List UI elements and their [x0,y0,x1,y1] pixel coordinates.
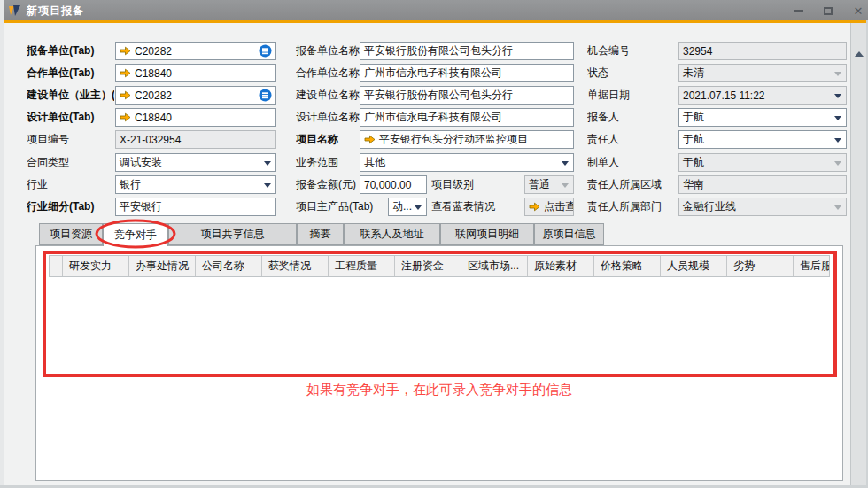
chevron-down-icon [415,205,422,210]
construction-unit-name-label: 建设单位名称 [296,86,361,105]
grid-column-header[interactable]: 获奖情况 [262,256,329,276]
link-arrow-icon[interactable] [120,68,131,78]
report-unit-name-label: 报备单位名称 [296,42,361,60]
tab-competitors[interactable]: 竞争对手 [103,223,168,246]
close-button[interactable]: ✕ [847,4,868,18]
tab-network-project-detail[interactable]: 联网项目明细 [440,223,534,245]
project-name-input[interactable]: 平安银行包头分行动环监控项目 [360,130,574,149]
tab-summary[interactable]: 摘要 [297,223,344,245]
partner-unit-label: 合作单位(Tab) [27,64,114,82]
report-amount-label: 报备金额(元) [296,175,361,194]
accent-line [0,20,868,23]
report-unit-name-value: 平安银行股份有限公司包头分行 [364,43,513,58]
report-unit-label: 报备单位(Tab) [27,42,114,60]
minimize-icon [794,10,803,12]
design-unit-label: 设计单位(Tab) [27,108,114,127]
minimize-button[interactable] [787,4,810,18]
maximize-icon [824,7,833,15]
status-label: 状态 [587,64,676,82]
chevron-down-icon [834,161,841,166]
reporter-value: 于航 [683,110,704,125]
report-amount-input[interactable]: 70,000.00 [360,175,427,194]
industry-segment-input[interactable]: 平安银行 [115,198,276,216]
grid-column-header[interactable]: 劣势 [727,256,794,276]
partner-unit-name-label: 合作单位名称 [296,64,361,82]
lookup-menu-icon[interactable] [259,89,272,102]
grid-column-header[interactable]: 注册资金 [395,256,461,276]
grid-column-header[interactable]: 售后服务 [794,256,829,276]
status-dropdown: 未清 [678,64,847,82]
partner-unit-name-field[interactable]: 广州市信永电子科技有限公司 [360,64,574,82]
industry-dropdown[interactable]: 银行 [115,175,276,194]
business-scope-label: 业务范围 [296,153,361,172]
vertical-scrollbar[interactable] [850,23,867,485]
construction-unit-name-value: 平安银行股份有限公司包头分行 [364,88,513,103]
grid-indicator-column [50,256,63,276]
chevron-down-icon [834,205,841,210]
design-unit-name-field[interactable]: 广州市信永电子科技有限公司 [360,108,574,127]
link-arrow-icon[interactable] [120,90,131,100]
responsible-person-dropdown[interactable]: 于航 [678,130,847,149]
tab-original-project-info[interactable]: 原项目信息 [534,223,604,245]
grid-column-header[interactable]: 价格策略 [594,256,661,276]
maximize-button[interactable] [817,4,840,18]
grid-column-header[interactable]: 办事处情况 [129,256,196,276]
responsible-department-label: 责任人所属部门 [587,198,676,216]
chevron-down-icon [264,183,271,188]
construction-unit-name-field[interactable]: 平安银行股份有限公司包头分行 [360,86,574,105]
construction-unit-input[interactable]: C20282 [115,86,276,105]
contract-type-dropdown[interactable]: 调试安装 [115,153,276,172]
document-creator-label: 制单人 [587,153,676,172]
responsible-person-value: 于航 [683,132,704,147]
responsible-region-label: 责任人所属区域 [587,175,676,194]
grid-column-header[interactable]: 研发实力 [63,256,129,276]
reporter-label: 报备人 [587,108,676,127]
link-arrow-icon[interactable] [529,202,540,212]
grid-column-header[interactable]: 区域市场... [461,256,528,276]
document-creator-dropdown: 于航 [678,153,847,172]
business-scope-value: 其他 [364,155,385,170]
tab-share-info[interactable]: 项目共享信息 [168,223,297,245]
responsible-region-field: 华南 [678,175,847,194]
industry-segment-label: 行业细分(Tab) [27,198,114,216]
link-arrow-icon[interactable] [120,112,131,122]
report-unit-input[interactable]: C20282 [115,42,276,60]
report-amount-value: 70,000.00 [364,179,411,191]
main-product-label: 项目主产品(Tab) [296,198,388,216]
grid-column-header[interactable]: 公司名称 [196,256,262,276]
design-unit-name-label: 设计单位名称 [296,108,361,127]
partner-unit-value: C18840 [135,67,172,80]
lookup-menu-icon[interactable] [259,44,272,58]
reporter-dropdown[interactable]: 于航 [678,108,847,127]
main-product-dropdown[interactable]: 动... [388,198,427,216]
project-level-label: 项目级别 [431,175,484,194]
link-arrow-icon[interactable] [364,135,376,144]
blue-table-click-button[interactable]: 点击查看 [524,198,574,216]
responsible-person-label: 责任人 [587,130,676,149]
grid-column-header[interactable]: 原始素材 [528,256,594,276]
link-arrow-icon[interactable] [120,46,131,56]
tab-contacts-address[interactable]: 联系人及地址 [344,223,440,245]
scroll-up-icon[interactable] [855,51,864,57]
grid-column-header[interactable]: 工程质量 [329,256,395,276]
annotation-note: 如果有竞争对手，在此可录入竞争对手的信息 [35,382,843,399]
project-number-field: X-21-032954 [115,130,276,149]
document-date-dropdown[interactable]: 2021.07.15 11:22 [678,86,847,105]
project-name-label: 项目名称 [296,130,361,149]
business-scope-dropdown[interactable]: 其他 [360,153,574,172]
design-unit-input[interactable]: C18840 [115,108,276,127]
report-unit-name-field[interactable]: 平安银行股份有限公司包头分行 [360,42,574,60]
responsible-department-value: 金融行业线 [683,199,736,214]
chevron-down-icon [834,94,841,98]
tab-project-resources[interactable]: 项目资源 [39,223,103,245]
status-value: 未清 [683,66,704,81]
chevron-down-icon [834,116,841,120]
window-frame-left [0,0,4,488]
industry-label: 行业 [27,175,114,194]
partner-unit-input[interactable]: C18840 [115,64,276,82]
competitors-panel [35,245,843,481]
close-icon: ✕ [854,5,864,17]
project-name-value: 平安银行包头分行动环监控项目 [379,132,528,147]
project-level-value: 普通 [529,177,550,192]
grid-column-header[interactable]: 人员规模 [661,256,727,276]
